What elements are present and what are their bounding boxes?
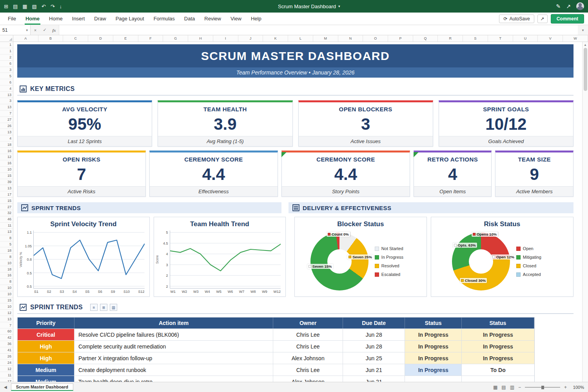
column-header-R[interactable]: R	[438, 35, 463, 42]
owner-cell[interactable]: Alex Johnson	[273, 352, 343, 364]
sheet-nav-back-icon[interactable]: ◀	[4, 385, 7, 389]
sheet-canvas[interactable]: SCRUM MASTER DASHBOARD Team Performance …	[13, 42, 582, 382]
row-header[interactable]: 10	[0, 260, 13, 266]
row-header[interactable]: 13	[0, 129, 13, 135]
status-cell[interactable]: In Progress	[462, 341, 534, 352]
save-icon[interactable]: ▤	[13, 4, 18, 9]
row-header[interactable]: 32	[0, 210, 13, 216]
row-header[interactable]: 15	[0, 298, 13, 304]
ribbon-tab-data[interactable]: Data	[180, 13, 199, 25]
redo-icon[interactable]: ↷	[51, 4, 55, 9]
page-break-view-icon[interactable]: ▥	[510, 385, 514, 390]
app-launcher-icon[interactable]: ⊞	[4, 4, 8, 9]
row-header[interactable]: 16	[0, 272, 13, 279]
row-header[interactable]: 15	[0, 198, 13, 204]
owner-cell[interactable]: Chris Lee	[273, 329, 343, 340]
column-header-E[interactable]: E	[113, 35, 138, 42]
row-header[interactable]: 12	[0, 310, 13, 316]
chart-sprint-velocity-trend[interactable]: Sprint Velocity Trend Velocity % 1.11.05…	[17, 217, 150, 297]
due-date-cell[interactable]: Jun 28	[343, 341, 405, 352]
ribbon-tab-insert[interactable]: Insert	[68, 13, 89, 25]
column-header-L[interactable]: L	[288, 35, 313, 42]
priority-cell[interactable]: Medium	[18, 376, 74, 382]
priority-cell[interactable]: Critical	[18, 329, 74, 340]
zoom-out-icon[interactable]: −	[518, 385, 521, 390]
column-header-W[interactable]: W	[563, 35, 588, 42]
row-header[interactable]: 13	[0, 229, 13, 235]
row-header[interactable]: 16	[0, 160, 13, 167]
column-header-A[interactable]: A	[13, 35, 38, 42]
row-header[interactable]: 15	[0, 173, 13, 179]
column-header-Q[interactable]: Q	[413, 35, 438, 42]
action-item-cell[interactable]: Resolve CI/CD pipeline failures (BLK006)	[74, 329, 273, 340]
row-header[interactable]: 7	[0, 322, 13, 328]
row-header[interactable]: 27	[0, 204, 13, 210]
zoom-slider-thumb[interactable]	[541, 386, 544, 389]
column-header-U[interactable]: U	[513, 35, 538, 42]
row-header[interactable]: 6	[0, 61, 13, 67]
row-header[interactable]: 8	[0, 235, 13, 241]
status-cell[interactable]: In Progress	[405, 352, 462, 364]
column-header-B[interactable]: B	[38, 35, 64, 42]
select-all-corner[interactable]	[0, 35, 13, 42]
status-cell[interactable]: In Progress	[405, 329, 462, 340]
row-header[interactable]: 27	[0, 117, 13, 123]
vertical-scrollbar[interactable]: ▲	[582, 42, 588, 382]
row-header[interactable]: 10	[0, 303, 13, 310]
row-header[interactable]: 17	[0, 378, 13, 382]
due-date-cell[interactable]: Jun 28	[343, 329, 405, 340]
row-header[interactable]: 3	[0, 67, 13, 73]
row-header[interactable]: 24	[0, 359, 13, 366]
row-header[interactable]: 36	[0, 341, 13, 347]
status-cell[interactable]: In Progress	[405, 341, 462, 352]
row-header[interactable]: 13	[0, 316, 13, 322]
row-header[interactable]: 11	[0, 372, 13, 378]
row-header[interactable]: 11	[0, 223, 13, 229]
row-header[interactable]: 26	[0, 354, 13, 360]
confirm-icon[interactable]: ✓	[40, 25, 49, 35]
share-arrow-icon[interactable]: ↗	[566, 3, 571, 9]
column-header-F[interactable]: F	[138, 35, 163, 42]
ribbon-tab-help[interactable]: Help	[247, 13, 265, 25]
column-header-K[interactable]: K	[263, 35, 288, 42]
page-layout-view-icon[interactable]: ▤	[501, 385, 506, 390]
column-header-H[interactable]: H	[188, 35, 213, 42]
zoom-in-icon[interactable]: +	[564, 385, 567, 390]
ribbon-tab-page-layout[interactable]: Page Layout	[112, 13, 148, 25]
status-cell[interactable]	[405, 376, 462, 382]
owner-cell[interactable]: Chris Lee	[273, 364, 343, 376]
column-header-N[interactable]: N	[338, 35, 363, 42]
undo-icon[interactable]: ↶	[42, 4, 46, 9]
action-item-cell[interactable]: Team health deep-dive in retro	[74, 376, 273, 382]
status-cell[interactable]: To Do	[462, 364, 534, 376]
row-header[interactable]: 8	[0, 279, 13, 285]
column-header-V[interactable]: V	[538, 35, 563, 42]
row-header[interactable]: 4	[0, 135, 13, 142]
column-header-S[interactable]: S	[463, 35, 488, 42]
draw-pen-icon[interactable]: ✎	[556, 3, 561, 9]
comment-button[interactable]: Comment	[551, 14, 584, 24]
row-header[interactable]: 46	[0, 216, 13, 223]
row-header[interactable]: 18	[0, 247, 13, 254]
column-header-P[interactable]: P	[388, 35, 413, 42]
due-date-cell[interactable]: Jun 21	[343, 376, 405, 382]
row-header[interactable]: 6	[0, 79, 13, 85]
row-header[interactable]: 5	[0, 241, 13, 248]
sheet-tab[interactable]: Scrum Master Dashboard	[11, 383, 73, 391]
row-header[interactable]: 13	[0, 104, 13, 111]
row-header[interactable]: 1	[0, 48, 13, 54]
ribbon-tab-home[interactable]: Home	[22, 13, 44, 25]
priority-cell[interactable]: High	[18, 341, 74, 352]
scrollbar-thumb[interactable]	[584, 48, 587, 91]
status-cell[interactable]: In Progress	[462, 329, 534, 340]
row-header[interactable]: 8	[0, 254, 13, 260]
download-icon[interactable]: ↓	[60, 4, 62, 9]
ribbon-tab-review[interactable]: Review	[200, 13, 225, 25]
row-header[interactable]: 18	[0, 142, 13, 148]
row-header[interactable]: 10	[0, 167, 13, 173]
column-header-C[interactable]: C	[63, 35, 88, 42]
normal-view-icon[interactable]: ▦	[493, 385, 497, 390]
chart-risk-status[interactable]: Risk Status Opts. 63%Opens 10%Open 12%Cl…	[431, 217, 573, 297]
formula-input[interactable]	[59, 25, 578, 35]
priority-cell[interactable]: Medium	[18, 364, 74, 376]
